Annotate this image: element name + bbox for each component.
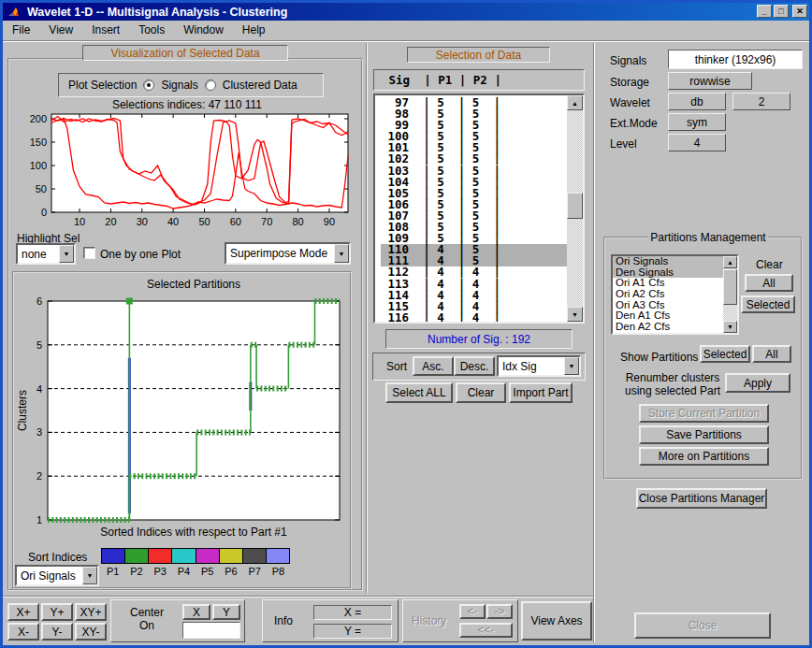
svg-text:20: 20 [105,216,116,227]
svg-text:Selected Partitions: Selected Partitions [147,278,240,291]
select-all-button[interactable]: Select ALL [385,382,453,403]
close-partitions-manager-button[interactable]: Close Partitions Manager [636,488,767,509]
store-current-partition-button: Store Current Partition [639,404,769,423]
partitions-list[interactable]: Ori SignalsDen SignalsOri A1 CfsOri A2 C… [611,254,739,335]
sort-indices-dropdown[interactable]: Ori Signals ▼ [15,565,99,586]
svg-text:90: 90 [324,216,335,227]
clear-button[interactable]: Clear [456,382,506,403]
svg-text:6: 6 [36,295,42,307]
palette-label: P3 [149,566,172,577]
svg-text:50: 50 [198,216,210,227]
renumber-line1: Renumber clusters [622,371,723,384]
window-frame-left [0,0,3,648]
svg-text:10: 10 [74,216,85,227]
view-axes-button[interactable]: View Axes [521,601,592,641]
signals-label: Signals [610,54,646,67]
scroll-down-icon[interactable]: ▼ [567,307,583,322]
signals-value: thinker (192x96) [668,50,803,69]
clear-selected-button[interactable]: Selected [741,295,795,313]
close-button[interactable]: ✕ [792,5,807,18]
import-part-button[interactable]: Import Part [509,382,573,403]
signal-table-header: Sig | P1 | P2 | [373,69,585,91]
menu-window[interactable]: Window [174,22,233,39]
zoom-y-minus-button[interactable]: Y- [41,623,73,641]
zoom-xy-minus-button[interactable]: XY- [75,623,107,641]
minimize-button[interactable]: _ [757,5,772,18]
one-by-one-checkbox[interactable] [83,247,95,259]
clear-all-button[interactable]: All [745,274,793,292]
info-label: Info [274,614,293,627]
scrollbar-thumb[interactable] [723,269,737,305]
sort-desc-button[interactable]: Desc. [454,356,495,376]
history-group: History <- -> <<- [402,599,518,642]
highlight-sel-dropdown[interactable]: none ▼ [16,243,76,265]
center-on-label-line1: Center [124,606,169,619]
more-on-partitions-button[interactable]: More on Partitions [639,447,769,466]
signals-radio-label[interactable]: Signals [161,79,197,92]
center-x-button[interactable]: X [182,604,210,620]
list-item[interactable]: Ori Signals [613,256,723,267]
menu-file[interactable]: File [3,22,39,39]
center-y-button[interactable]: Y [212,604,240,620]
menu-help[interactable]: Help [233,22,275,39]
history-label: History [412,614,446,627]
wavelet-label: Wavelet [610,96,650,109]
clustered-data-radio[interactable] [205,79,216,91]
menu-insert[interactable]: Insert [82,22,129,39]
dropdown-arrow-icon[interactable]: ▼ [59,245,74,263]
plot-selection-group: Plot Selection Signals Clustered Data [58,73,324,97]
svg-text:0: 0 [41,207,47,218]
palette-label: P7 [243,566,267,577]
scroll-down-icon[interactable]: ▼ [723,321,737,333]
table-row[interactable]: 116 | 4 | 4 | [381,312,567,324]
sort-asc-button[interactable]: Asc. [413,356,454,376]
partitions-list-scrollbar[interactable]: ▲ ▼ [723,256,737,333]
divider-left-middle [366,43,368,593]
zoom-x-plus-button[interactable]: X+ [7,603,39,621]
one-by-one-label[interactable]: One by one Plot [100,248,181,261]
history-far-back-button: <<- [459,623,513,638]
dropdown-arrow-icon[interactable]: ▼ [334,244,349,263]
show-all-button[interactable]: All [752,345,791,363]
storage-label: Storage [610,76,649,89]
zoom-y-plus-button[interactable]: Y+ [41,603,73,621]
palette-cell-p5 [196,549,220,563]
apply-button[interactable]: Apply [725,373,790,393]
dropdown-arrow-icon[interactable]: ▼ [564,357,579,375]
list-item[interactable]: Ori A2 Cfs [613,289,723,300]
svg-text:80: 80 [292,216,303,227]
palette-cell-p8 [267,549,289,563]
scroll-up-icon[interactable]: ▲ [723,256,737,268]
show-selected-button[interactable]: Selected [700,345,750,363]
scroll-up-icon[interactable]: ▲ [567,95,583,110]
center-on-input[interactable] [182,622,240,639]
menu-view[interactable]: View [39,22,82,39]
signal-list-scrollbar[interactable]: ▲ ▼ [567,95,583,322]
show-partitions-label: Show Partitions [620,351,698,364]
palette-label: P1 [101,566,124,577]
svg-text:30: 30 [137,216,148,227]
dropdown-arrow-icon[interactable]: ▼ [82,567,97,584]
signal-list[interactable]: 97 | 5 | 5 | 98 | 5 | 5 | 99 | 5 | 5 | 1… [373,94,585,324]
partition-colorbar [101,548,290,564]
menu-tools[interactable]: Tools [129,22,174,39]
svg-text:2: 2 [36,470,42,482]
sort-by-dropdown[interactable]: Idx Sig ▼ [497,355,581,377]
palette-cell-p6 [220,549,243,563]
clustered-data-radio-label[interactable]: Clustered Data [223,79,297,92]
save-partitions-button[interactable]: Save Partitions [639,425,769,444]
title-bar[interactable]: Wavelet 1-D -- Multisignal Analysis - Cl… [3,3,809,21]
list-item[interactable]: Den A2 Cfs [613,322,723,333]
svg-text:5: 5 [36,339,42,351]
palette-label: P2 [124,566,148,577]
scrollbar-thumb[interactable] [567,193,583,219]
zoom-x-minus-button[interactable]: X- [7,623,39,641]
zoom-xy-plus-button[interactable]: XY+ [75,603,107,621]
svg-text:50: 50 [36,183,47,194]
info-x-field: X = [313,605,392,620]
plot-mode-dropdown[interactable]: Superimpose Mode ▼ [225,242,351,265]
signals-radio[interactable] [143,79,154,91]
maximize-button[interactable]: □ [774,5,789,18]
visualization-panel-title: Visualization of Selected Data [82,45,288,61]
close-window-button: Close [634,612,771,639]
